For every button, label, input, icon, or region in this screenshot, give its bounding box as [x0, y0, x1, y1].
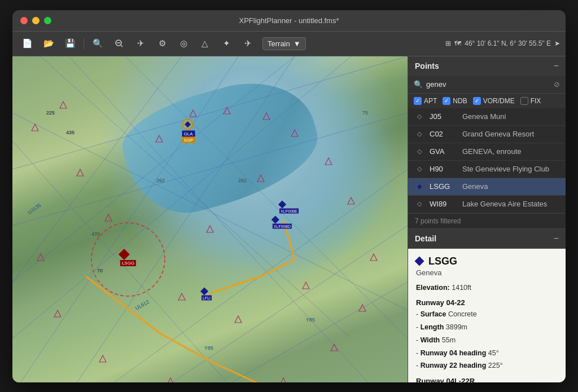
svg-line-6 [69, 56, 379, 382]
runway1-length: - Length 3899m [416, 322, 558, 333]
point-code-gva: GVA [430, 147, 457, 156]
alt-label-5: 262 [238, 178, 247, 183]
new-file-button[interactable]: 📄 [18, 36, 36, 51]
fix-checkbox[interactable] [520, 97, 528, 105]
points-header: Points − [408, 56, 566, 76]
point-icon-j05: ◇ [415, 112, 424, 121]
svg-line-15 [97, 169, 408, 382]
location-button[interactable]: ◎ [174, 36, 192, 51]
svg-line-16 [154, 226, 408, 382]
elevation-value: 1410ft [452, 284, 471, 292]
zoom-out-button[interactable] [110, 36, 128, 51]
point-icon-gva: ◇ [415, 147, 424, 156]
settings-button[interactable]: ⚙ [153, 36, 171, 51]
window-title: XPFlightPlanner - untitled.fms* [239, 16, 339, 25]
svg-text:UJ135: UJ135 [27, 202, 42, 215]
xlf00be-marker: XLF00BE [279, 201, 299, 213]
alt-label-3: 470 [91, 231, 100, 237]
point-code-j05: J05 [430, 112, 457, 121]
svg-marker-41 [190, 110, 196, 117]
apt-checkbox[interactable]: ✓ [414, 97, 422, 105]
titlebar: XPFlightPlanner - untitled.fms* [12, 10, 566, 32]
svg-marker-36 [348, 197, 354, 204]
point-name-c02: Grand Geneva Resort [462, 130, 559, 138]
save-file-button[interactable]: 💾 [61, 36, 79, 51]
map-area[interactable]: UJ135 UL612 Y85 Y85 [12, 56, 408, 382]
svg-line-2 [121, 45, 122, 47]
alt-label-1: 225 [46, 110, 55, 116]
vor-button[interactable]: ✈ [239, 36, 257, 51]
detail-diamond-icon [415, 257, 424, 266]
separator-1 [84, 38, 84, 49]
detail-collapse-button[interactable]: − [554, 234, 559, 244]
elevation-label: Elevation: [416, 284, 450, 292]
svg-marker-43 [257, 175, 264, 182]
svg-marker-37 [325, 158, 332, 165]
detail-section: Detail − LSGG Geneva Elevation: 1410ft R… [408, 229, 566, 382]
point-row-wi89[interactable]: ◇ WI89 Lake Geneva Aire Estates [408, 196, 566, 213]
alt-label-4: 262 [156, 178, 165, 183]
gla-airport-marker: GLA SGP [182, 118, 195, 143]
svg-marker-28 [54, 310, 61, 317]
points-collapse-button[interactable]: − [554, 61, 559, 71]
alt-label-6: 75 [362, 110, 368, 116]
point-name-gva: GENEVA, enroute [462, 147, 559, 156]
runway1-heading22: - Runway 22 heading 225° [416, 360, 558, 371]
point-code-wi89: WI89 [430, 200, 457, 208]
route-button[interactable]: ✈ [132, 36, 150, 51]
svg-text:Y85: Y85 [306, 317, 315, 323]
grid-icon: ⊞ [445, 39, 451, 47]
detail-title: Detail [415, 234, 436, 243]
point-row-h90[interactable]: ◇ H90 Ste Genevieve Flying Club [408, 161, 566, 178]
filter-ndb[interactable]: ✓ NDB [443, 97, 467, 105]
point-name-h90: Ste Genevieve Flying Club [462, 165, 559, 173]
minimize-button[interactable] [32, 17, 40, 24]
close-button[interactable] [20, 17, 28, 24]
filter-vor[interactable]: ✓ VOR/DME [473, 97, 515, 105]
point-code-c02: C02 [430, 130, 457, 138]
filter-apt[interactable]: ✓ APT [414, 97, 437, 105]
svg-marker-38 [291, 130, 298, 136]
detail-header: Detail − [408, 229, 566, 249]
right-panel: Points − 🔍 ⊘ ✓ APT ✓ NDB [408, 56, 566, 382]
detail-elevation: Elevation: 1410ft [416, 283, 558, 293]
waypoint-button[interactable]: △ [196, 36, 214, 51]
ndb-button[interactable]: ✦ [217, 36, 235, 51]
point-row-lsgg[interactable]: ◆ LSGG Geneva [408, 178, 566, 196]
svg-marker-47 [303, 282, 309, 289]
point-icon-lsgg: ◆ [415, 182, 424, 191]
search-clear-button[interactable]: ⊘ [554, 80, 560, 89]
compass-icon: ➤ [554, 39, 560, 47]
svg-line-17 [210, 282, 408, 382]
point-row-gva[interactable]: ◇ GVA GENEVA, enroute [408, 143, 566, 161]
svg-line-3 [12, 56, 408, 169]
zoom-in-button[interactable]: 🔍 [89, 36, 107, 51]
point-code-h90: H90 [430, 165, 457, 173]
maximize-button[interactable] [44, 17, 51, 24]
toolbar: 📄 📂 💾 🔍 ✈ ⚙ ◎ △ ✦ ✈ Terrain ▼ ⊞ 🗺 46° 10… [12, 32, 566, 56]
svg-line-5 [41, 56, 351, 338]
terrain-dropdown[interactable]: Terrain ▼ [262, 37, 306, 50]
svg-line-11 [12, 56, 182, 282]
zoom-out-icon [115, 39, 124, 48]
search-input[interactable] [426, 80, 550, 89]
filter-fix[interactable]: FIX [520, 97, 541, 105]
detail-airport-code: LSGG [416, 256, 558, 267]
xlf00bd-marker: XLF00BD [273, 217, 292, 228]
traffic-lights [20, 17, 51, 24]
vor-checkbox[interactable]: ✓ [473, 97, 481, 105]
point-icon-c02: ◇ [415, 130, 424, 139]
svg-marker-29 [99, 355, 106, 362]
point-icon-wi89: ◇ [415, 200, 424, 209]
point-row-c02[interactable]: ◇ C02 Grand Geneva Resort [408, 126, 566, 143]
runway1-heading04: - Runway 04 heading 45° [416, 348, 558, 359]
coordinate-display: ⊞ 🗺 46° 10' 6.1" N, 6° 30' 55.5" E ➤ [445, 39, 560, 47]
runway2-title: Runway 04L-22R [416, 377, 558, 382]
ndb-checkbox[interactable]: ✓ [443, 97, 450, 105]
svg-line-7 [12, 56, 295, 282]
point-name-j05: Geneva Muni [462, 112, 559, 121]
fix-label: FIX [531, 97, 541, 105]
point-row-j05[interactable]: ◇ J05 Geneva Muni [408, 108, 566, 126]
open-file-button[interactable]: 📂 [40, 36, 58, 51]
ndb-label: NDB [453, 97, 467, 105]
